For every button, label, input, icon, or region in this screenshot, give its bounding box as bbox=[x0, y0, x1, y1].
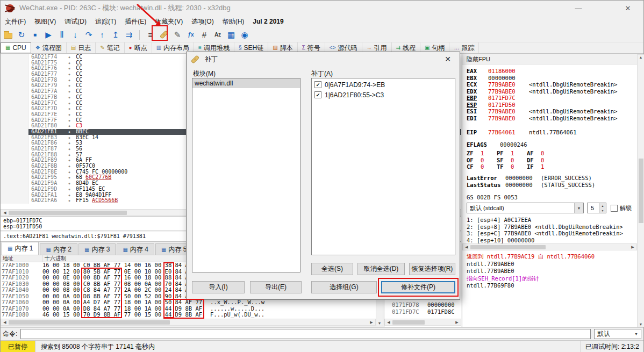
stack-hscrollbar[interactable]: ◀ ▶ bbox=[384, 319, 461, 326]
export-button[interactable]: 导出(E) bbox=[250, 281, 302, 293]
script-icon[interactable]: ≡ bbox=[144, 28, 157, 41]
menu-file[interactable]: 文件(F) bbox=[1, 16, 30, 27]
memdump-row[interactable]: 77AF108046 00 15 00 70 D9 8B AF 77 00 15… bbox=[1, 312, 376, 318]
scroll-right-icon[interactable]: ▶ bbox=[453, 320, 461, 325]
menu-options[interactable]: 选项(O) bbox=[187, 16, 218, 27]
scrollbar-thumb[interactable] bbox=[9, 320, 170, 325]
stack-row[interactable]: 0171FD7C0171FD8C bbox=[392, 308, 455, 315]
memory-map-icon[interactable]: ▦ bbox=[225, 28, 238, 41]
comment-icon[interactable]: ✎ bbox=[171, 28, 184, 41]
select-all-button[interactable]: 全选(S) bbox=[311, 263, 353, 275]
dropdown-arrow-icon[interactable]: ▼ bbox=[574, 203, 583, 213]
menu-help[interactable]: 帮助(H) bbox=[218, 16, 249, 27]
menu-trace[interactable]: 追踪(T) bbox=[91, 16, 120, 27]
stack-comment-line[interactable]: 返回到 ntdll.77B9AC19 自 ntdll.77B64060 bbox=[467, 253, 595, 261]
scrollbar-thumb[interactable] bbox=[392, 320, 425, 325]
close-button[interactable]: ✕ bbox=[616, 1, 640, 16]
scrollbar-thumb[interactable] bbox=[639, 159, 643, 223]
import-button[interactable]: 导入(I) bbox=[192, 281, 245, 293]
spin-up-icon[interactable]: ▲ bbox=[599, 203, 606, 208]
open-file-icon[interactable] bbox=[2, 28, 15, 41]
spin-down-icon[interactable]: ▼ bbox=[599, 208, 606, 213]
register-esp[interactable]: ESP0171FD50 bbox=[467, 102, 617, 109]
menu-debug[interactable]: 调试(D) bbox=[60, 16, 91, 27]
register-ebp[interactable]: EBP0171FD7C bbox=[467, 95, 617, 102]
tab-memory-1[interactable]: ▦内存 1 bbox=[2, 242, 39, 255]
run-to-user-code-icon[interactable]: ⇉ bbox=[123, 28, 135, 41]
unlock-checkbox[interactable]: 解锁 bbox=[611, 204, 632, 212]
run-icon[interactable]: ▶ bbox=[42, 28, 55, 41]
step-over-icon[interactable]: ↷ bbox=[82, 28, 95, 41]
module-list[interactable]: wechatwin.dll bbox=[192, 78, 300, 272]
globe-icon[interactable]: ◉ bbox=[238, 28, 251, 41]
tab-memory-4[interactable]: ▦内存 4 bbox=[117, 243, 154, 255]
menu-plugins[interactable]: 插件(E) bbox=[120, 16, 151, 27]
patch-checkbox[interactable]: ✔ bbox=[314, 81, 321, 88]
tab-memory-2[interactable]: ▦内存 2 bbox=[40, 243, 77, 255]
scroll-up-icon[interactable]: ▲ bbox=[637, 55, 644, 59]
patch-entry[interactable]: ✔0|6A7F1AD9:74->EB bbox=[312, 80, 455, 90]
tab-graph[interactable]: ❖流程图 bbox=[31, 42, 67, 53]
patch-icon[interactable] bbox=[158, 28, 170, 41]
step-into-icon[interactable]: ↓ bbox=[69, 28, 82, 41]
tab-cpu[interactable]: ▦CPU bbox=[1, 42, 31, 53]
command-profile-select[interactable]: 默认 ▼ bbox=[594, 329, 641, 339]
hide-fpu-button[interactable]: 隐藏FPU bbox=[462, 54, 637, 64]
scroll-left-icon[interactable]: ◀ bbox=[1, 320, 9, 325]
register-edx[interactable]: EDX77B9ABE0<ntdll.DbgUiRemoteBreakin> bbox=[467, 88, 617, 95]
patch-checkbox[interactable]: ✔ bbox=[314, 91, 321, 98]
scroll-right-icon[interactable]: ▶ bbox=[368, 320, 375, 325]
minimize-button[interactable]: — bbox=[566, 1, 591, 16]
restore-selection-button[interactable]: 恢复选择项(R) bbox=[409, 263, 455, 275]
scroll-right-icon[interactable]: ▶ bbox=[629, 245, 636, 249]
register-eax[interactable]: EAX01186000 bbox=[467, 68, 617, 75]
pause-icon[interactable]: Ⅱ bbox=[55, 28, 68, 41]
titlebar[interactable]: WeChat.exe - PID: 263C - 模块: wechatwin.d… bbox=[1, 1, 643, 16]
execute-till-return-icon[interactable]: ↥ bbox=[109, 28, 122, 41]
memdump-row[interactable]: 77AF106000 00 0A 00 A4 D7 AF 77 18 00 1A… bbox=[1, 299, 376, 306]
tab-memory-3[interactable]: ▦内存 3 bbox=[78, 243, 116, 255]
module-item[interactable]: wechatwin.dll bbox=[192, 78, 300, 88]
register-eip[interactable]: EIP77B64061ntdll.77B64061 bbox=[467, 129, 577, 136]
step-out-icon[interactable]: ↑ bbox=[96, 28, 109, 41]
stop-icon[interactable]: ■ bbox=[28, 28, 41, 41]
scroll-left-icon[interactable]: ◀ bbox=[463, 245, 470, 249]
tab-breakpoints[interactable]: ●断点 bbox=[125, 42, 152, 53]
registers-panel[interactable]: 隐藏FPU EAX01186000EBX00000000ECX77B9ABE0<… bbox=[462, 54, 637, 327]
scroll-down-icon[interactable]: ▼ bbox=[637, 322, 644, 326]
registers-vscrollbar[interactable]: ▲ ▼ bbox=[637, 54, 644, 327]
scrollbar-thumb[interactable] bbox=[470, 245, 546, 249]
calling-convention-select[interactable]: 默认 (stdcall) ▼ bbox=[467, 203, 584, 213]
patch-entry[interactable]: ✔1|6AD21F80:55->C3 bbox=[312, 90, 455, 100]
argument-count-spinner[interactable]: 5 ▲ ▼ bbox=[587, 203, 606, 213]
restart-icon[interactable]: ↻ bbox=[15, 28, 28, 41]
registers-hscrollbar[interactable]: ◀ ▶ bbox=[462, 243, 637, 250]
scroll-down-icon[interactable]: ▼ bbox=[376, 321, 383, 325]
scroll-left-icon[interactable]: ◀ bbox=[385, 320, 392, 325]
hash-icon[interactable]: # bbox=[198, 28, 211, 41]
stack-comment-line[interactable]: 指向SEH_Record[1]的指针 bbox=[467, 275, 595, 283]
stack-comment-line[interactable]: ntdll.77B9ABE0 bbox=[467, 261, 595, 268]
checkbox-icon[interactable] bbox=[611, 205, 618, 212]
dialog-close-button[interactable]: ✕ bbox=[440, 55, 455, 63]
patch-file-button[interactable]: 修补文件(P) bbox=[381, 281, 455, 293]
register-ecx[interactable]: ECX77B9ABE0<ntdll.DbgUiRemoteBreakin> bbox=[467, 81, 617, 88]
stack-comment-line[interactable]: ntdll.77B9ABE0 bbox=[467, 268, 595, 275]
command-input[interactable] bbox=[20, 329, 591, 339]
stack-row[interactable]: 0171FD7800000000 bbox=[392, 301, 455, 308]
function-icon[interactable]: ƒx bbox=[184, 28, 197, 41]
menu-view[interactable]: 视图(V) bbox=[30, 16, 60, 27]
register-edi[interactable]: EDI77B9ABE0<ntdll.DbgUiRemoteBreakin> bbox=[467, 115, 617, 122]
register-esi[interactable]: ESI77B9ABE0<ntdll.DbgUiRemoteBreakin> bbox=[467, 108, 617, 115]
stack-comment-line[interactable]: ntdll.77B69F80 bbox=[467, 282, 595, 290]
register-ebx[interactable]: EBX00000000 bbox=[467, 75, 617, 82]
patch-list[interactable]: ✔0|6A7F1AD9:74->EB✔1|6AD21F80:55->C3 bbox=[311, 78, 455, 255]
tab-notes[interactable]: ✎笔记 bbox=[96, 42, 124, 53]
deselect-all-button[interactable]: 取消全选(D) bbox=[357, 263, 405, 275]
menu-favourites[interactable]: 收藏夹(V) bbox=[151, 16, 187, 27]
strings-icon[interactable]: Az bbox=[211, 28, 224, 41]
dialog-titlebar[interactable]: 补丁 ✕ bbox=[187, 52, 460, 66]
select-group-button[interactable]: 选择组(G) bbox=[311, 281, 377, 293]
dump-hscrollbar[interactable]: ◀ ▶ bbox=[1, 319, 376, 326]
scroll-left-icon[interactable]: ◀ bbox=[1, 211, 9, 215]
